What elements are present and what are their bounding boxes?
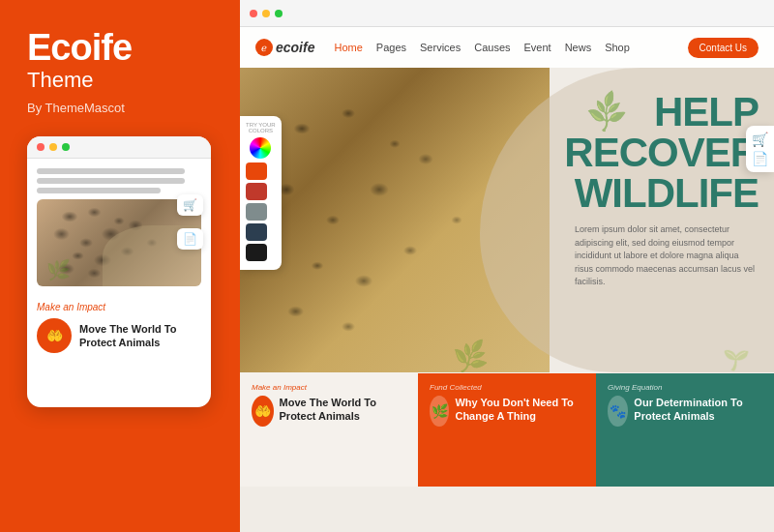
palette-color-orange[interactable] — [246, 163, 267, 180]
palette-title: TRY YOURCOLORS — [246, 122, 276, 133]
browser-dot-red — [250, 10, 257, 17]
palette-color-black[interactable] — [246, 244, 267, 261]
mobile-impact-icon: 🤲 — [37, 318, 72, 353]
color-palette[interactable]: TRY YOURCOLORS — [240, 116, 282, 270]
hero-plant-left-icon: 🌿 — [451, 338, 490, 372]
bottom-card-2: Fund Collected 🌿 Why You Don't Need To C… — [418, 373, 596, 487]
nav-logo-e: ℯ — [261, 43, 267, 53]
side-cart-panel[interactable]: 🛒 📄 — [746, 126, 774, 172]
mobile-text-lines — [37, 168, 201, 193]
nav-logo-icon: ℯ — [255, 39, 273, 56]
mobile-cart-float: 🛒 — [177, 194, 203, 216]
mobile-text-line — [37, 168, 185, 174]
mobile-dot-yellow — [49, 143, 57, 151]
hero-description: Lorem ipsum dolor sit amet, consectetur … — [575, 223, 759, 289]
brand-title: Ecoife — [27, 29, 132, 66]
mobile-impact-text: Move The World To Protect Animals — [79, 322, 201, 350]
mobile-dot-green — [62, 143, 70, 151]
palette-color-gray[interactable] — [246, 203, 267, 221]
hero-section: 🌿 HELP RECOVER WILDLIFE Lorem ipsum dolo… — [240, 68, 774, 372]
mobile-impact-row: 🤲 Move The World To Protect Animals — [37, 318, 201, 353]
card-2-title: Why You Don't Need To Change A Thing — [455, 396, 584, 424]
card-3-row: 🐾 Our Determination To Protect Animals — [608, 396, 762, 430]
nav-link-news[interactable]: News — [565, 42, 592, 53]
mobile-impact-label: Make an Impact — [37, 302, 201, 312]
card-1-label: Make an Impact — [252, 383, 406, 392]
nav-logo-text: ecoife — [276, 40, 314, 55]
bottom-cards: Make an Impact 🤲 Move The World To Prote… — [240, 372, 774, 487]
nav-link-shop[interactable]: Shop — [605, 42, 630, 53]
nav-link-event[interactable]: Event — [524, 42, 551, 53]
left-panel: Ecoife Theme By ThemeMascot 🌿 🛒 📄 Make a… — [0, 0, 240, 532]
card-2-row: 🌿 Why You Don't Need To Change A Thing — [430, 396, 584, 430]
bottom-card-1: Make an Impact 🤲 Move The World To Prote… — [240, 373, 418, 487]
card-3-icon: 🐾 — [608, 396, 628, 427]
palette-rainbow[interactable] — [250, 137, 271, 159]
desktop-nav: ℯ ecoife Home Pages Services Causes Even… — [240, 27, 774, 68]
brand-subtitle: Theme — [27, 68, 93, 93]
card-1-title: Move The World To Protect Animals — [280, 396, 406, 424]
hero-title-line2: RECOVER — [564, 133, 759, 173]
nav-logo: ℯ ecoife — [255, 39, 314, 56]
brand-author: By ThemeMascot — [27, 101, 125, 115]
mobile-top-bar — [27, 136, 211, 159]
mobile-mockup: 🌿 🛒 📄 Make an Impact 🤲 Move The World To… — [27, 136, 211, 407]
card-1-row: 🤲 Move The World To Protect Animals — [252, 396, 406, 430]
mobile-bottom-section: Make an Impact 🤲 Move The World To Prote… — [27, 286, 211, 361]
document-icon[interactable]: 📄 — [752, 151, 768, 166]
card-1-icon: 🤲 — [252, 396, 274, 427]
palette-color-dark[interactable] — [246, 223, 267, 241]
card-2-icon: 🌿 — [430, 396, 449, 427]
desktop-mockup: ℯ ecoife Home Pages Services Causes Even… — [240, 0, 774, 532]
mobile-text-line — [37, 188, 161, 193]
browser-dot-green — [275, 10, 283, 17]
card-3-label: Giving Equation — [608, 383, 762, 392]
hero-title-line3: WILDLIFE — [564, 173, 759, 214]
card-2-label: Fund Collected — [430, 383, 584, 392]
browser-dot-yellow — [262, 10, 270, 17]
cart-icon[interactable]: 🛒 — [752, 132, 768, 147]
browser-chrome — [240, 0, 774, 27]
nav-link-causes[interactable]: Causes — [474, 42, 510, 53]
mobile-doc-float: 📄 — [177, 228, 203, 250]
mobile-dot-red — [37, 143, 45, 151]
nav-link-pages[interactable]: Pages — [376, 42, 406, 53]
card-3-title: Our Determination To Protect Animals — [634, 396, 762, 424]
contact-us-button[interactable]: Contact Us — [688, 38, 759, 58]
bottom-card-3: Giving Equation 🐾 Our Determination To P… — [596, 373, 774, 487]
mobile-plant-decoration: 🌿 — [46, 258, 71, 281]
nav-link-home[interactable]: Home — [334, 42, 362, 53]
nav-links: Home Pages Services Causes Event News Sh… — [334, 42, 687, 53]
mobile-text-line — [37, 178, 185, 184]
mobile-content: 🌿 — [27, 159, 211, 286]
nav-link-services[interactable]: Services — [420, 42, 461, 53]
palette-color-red[interactable] — [246, 183, 267, 200]
